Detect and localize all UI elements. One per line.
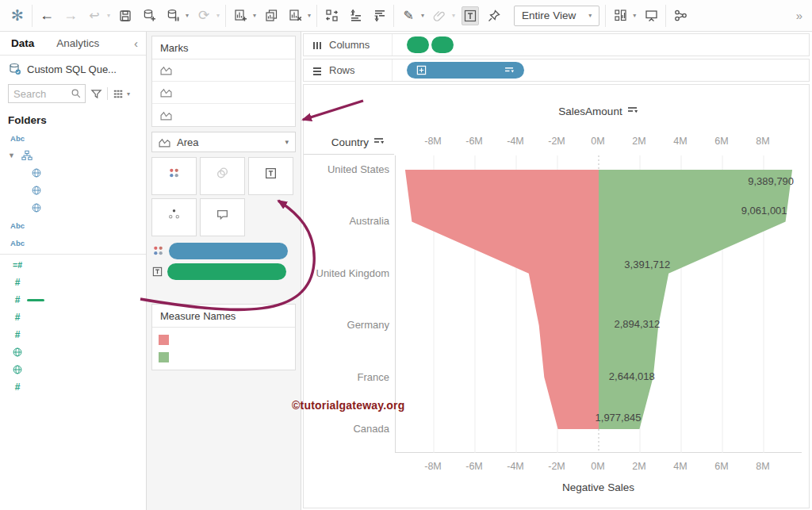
field-measure-names[interactable]: Abc xyxy=(0,234,146,251)
mark-type-dropdown[interactable]: Area ▾ xyxy=(151,132,296,152)
detail-button[interactable] xyxy=(151,198,197,236)
data-pane-tabs: Data Analytics ‹ xyxy=(0,32,146,56)
chevron-down-icon[interactable]: ▾ xyxy=(421,12,424,19)
field-color[interactable]: Abc xyxy=(0,129,146,147)
row-label-australia: Australia xyxy=(304,215,389,227)
detail-icon xyxy=(167,208,181,224)
revert-icon: ↩ xyxy=(89,8,99,23)
sort-indicator-icon[interactable] xyxy=(627,105,638,117)
forward-arrow-button[interactable]: → xyxy=(62,6,79,25)
rows-shelf[interactable]: Rows xyxy=(303,59,810,82)
presentation-mode-button[interactable] xyxy=(642,6,660,25)
group-members-button[interactable] xyxy=(431,6,448,25)
columns-pill-sum-negative-sales-[interactable] xyxy=(407,36,429,53)
field-latitude-generated-[interactable] xyxy=(0,343,146,361)
refresh-data-button[interactable]: ⟳ xyxy=(195,6,213,25)
abc-icon: Abc xyxy=(8,239,27,247)
search-icon xyxy=(71,88,82,99)
chevron-down-icon[interactable]: ▾ xyxy=(308,12,311,19)
marks-item-sum-negative-sales-[interactable] xyxy=(152,82,295,104)
row-header-country[interactable]: Country xyxy=(304,131,394,155)
share-workbook-button[interactable] xyxy=(672,6,689,25)
marks-item-sum-salesamount-[interactable] xyxy=(152,104,295,126)
show-mark-labels-button[interactable] xyxy=(462,6,479,25)
field-country-state-city[interactable]: ▼ xyxy=(0,147,146,164)
legend-title: Measure Names xyxy=(152,305,295,328)
chart-region: SalesAmount Country -8M-6M-4M-2M0M2M4M6M… xyxy=(303,84,810,508)
clear-sheet-button[interactable] xyxy=(286,6,304,25)
legend-item[interactable] xyxy=(152,348,295,366)
color-button[interactable] xyxy=(151,157,197,195)
field-city[interactable] xyxy=(0,199,146,217)
chevron-down-icon[interactable]: ▾ xyxy=(253,12,256,19)
size-button[interactable] xyxy=(200,157,245,195)
sort-indicator-icon[interactable] xyxy=(504,67,515,75)
chevron-down-icon[interactable]: ▾ xyxy=(127,90,130,98)
field-englishproductna-[interactable]: Abc xyxy=(0,217,146,234)
pause-updates-button[interactable] xyxy=(164,6,182,25)
search-input[interactable] xyxy=(13,88,71,100)
value-label: 3,391,712 xyxy=(624,259,670,270)
fit-dropdown[interactable]: Entire View ▾ xyxy=(514,6,599,26)
fix-axes-button[interactable] xyxy=(485,6,503,25)
toolbar: ✻←→↩▾▾⟳▾▾▾✎▾▾ Entire View ▾ ▾ » xyxy=(0,0,812,32)
chevron-down-icon[interactable]: ▾ xyxy=(107,12,110,19)
data-source-connection[interactable]: Custom SQL Que... xyxy=(0,56,146,81)
chevron-down-icon[interactable]: ▾ xyxy=(186,12,189,19)
field-orderquantity[interactable]: # xyxy=(0,274,146,291)
filter-fields-icon[interactable] xyxy=(90,87,103,101)
tooltip-button[interactable] xyxy=(200,198,245,236)
back-arrow-button[interactable]: ← xyxy=(38,6,56,25)
field-salesamount[interactable]: # xyxy=(0,291,146,309)
collapse-pane-button[interactable]: ‹ xyxy=(126,36,146,50)
field-state[interactable] xyxy=(0,182,146,199)
expand-hierarchy-icon[interactable] xyxy=(416,65,427,75)
field-negative-sales[interactable]: =# xyxy=(0,254,146,274)
field-country[interactable] xyxy=(0,164,146,182)
pill-sum-salesamount-[interactable] xyxy=(167,263,286,280)
chevron-down-icon[interactable]: ▾ xyxy=(216,12,220,19)
pause-updates-icon xyxy=(166,8,181,23)
revert-button[interactable]: ↩ xyxy=(86,6,103,25)
sort-indicator-icon[interactable] xyxy=(373,136,385,148)
sort-ascending-button[interactable] xyxy=(347,6,364,25)
columns-pill-sum-salesamount-[interactable] xyxy=(431,36,454,53)
chevron-down-icon[interactable]: ▾ xyxy=(633,12,636,19)
field-custom-sql-quer-[interactable]: # xyxy=(0,326,146,343)
top-axis-tick: -6M xyxy=(457,136,492,147)
pill-measure-names[interactable] xyxy=(169,243,288,259)
add-data-source-button[interactable] xyxy=(140,6,158,25)
field-totalproductcost[interactable]: # xyxy=(0,309,146,326)
rows-pill-country[interactable] xyxy=(407,62,524,79)
marks-pane: Marks Area ▾ Measure Names xyxy=(147,32,301,510)
new-worksheet-button[interactable] xyxy=(232,6,249,25)
database-icon xyxy=(8,62,22,76)
bottom-axis-tick: 6M xyxy=(704,461,739,472)
search-box[interactable] xyxy=(8,84,86,103)
legend-item[interactable] xyxy=(152,331,295,348)
fit-dropdown-value: Entire View xyxy=(522,10,576,21)
save-button[interactable] xyxy=(117,6,134,25)
swap-rows-columns-button[interactable] xyxy=(323,6,340,25)
chart-pane[interactable]: 9,389,7909,061,0013,391,7122,894,3122,64… xyxy=(395,155,802,453)
field-longitude-genera-[interactable] xyxy=(0,361,146,378)
toolbar-more-button[interactable]: » xyxy=(796,9,809,22)
highlight-icon: ✎ xyxy=(403,8,413,23)
expand-caret-icon[interactable]: ▼ xyxy=(8,151,17,159)
tableau-logo-button[interactable]: ✻ xyxy=(9,6,26,25)
view-options-icon[interactable] xyxy=(112,87,125,101)
highlight-button[interactable]: ✎ xyxy=(400,6,417,25)
sort-descending-button[interactable] xyxy=(370,6,388,25)
field-measure-values[interactable]: # xyxy=(0,378,146,396)
bottom-axis-tick: 4M xyxy=(663,461,698,472)
chevron-down-icon[interactable]: ▾ xyxy=(452,12,455,19)
value-label: 9,061,001 xyxy=(741,205,787,217)
columns-shelf[interactable]: Columns xyxy=(303,33,810,56)
show-hide-cards-button[interactable] xyxy=(611,6,629,25)
tab-analytics[interactable]: Analytics xyxy=(45,32,110,56)
area-negative-sales[interactable] xyxy=(405,170,599,429)
marks-item-all[interactable] xyxy=(152,59,295,82)
tab-data[interactable]: Data xyxy=(0,32,45,56)
label-button[interactable] xyxy=(248,157,293,195)
duplicate-sheet-button[interactable] xyxy=(262,6,280,25)
